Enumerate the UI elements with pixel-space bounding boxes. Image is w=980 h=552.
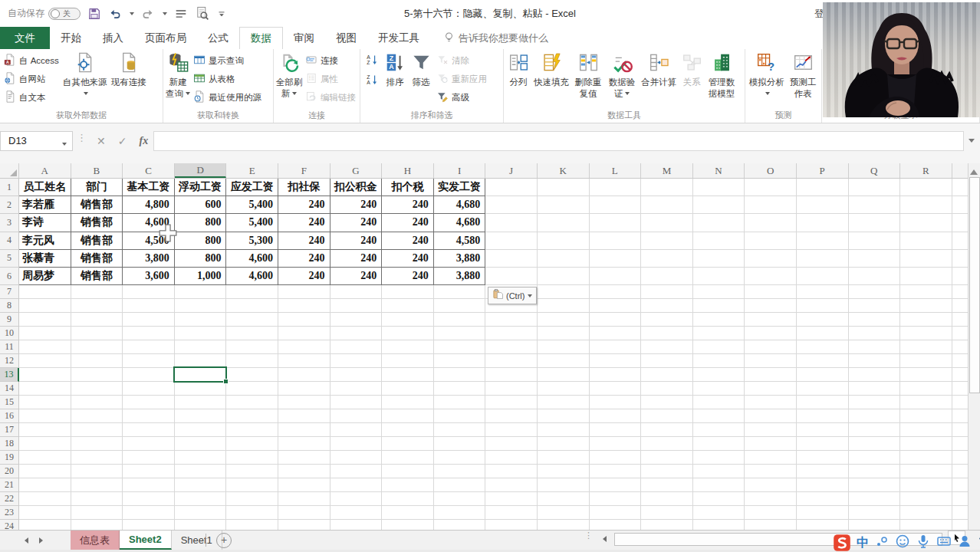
cell-C5[interactable]: 3,800 [123, 250, 175, 268]
row-header-8[interactable]: 8 [0, 299, 19, 313]
ribbon-button-filter[interactable]: 筛选 [408, 49, 434, 88]
row-header-23[interactable]: 23 [0, 506, 19, 520]
column-header-A[interactable]: A [19, 163, 71, 178]
row-header-21[interactable]: 21 [0, 478, 19, 492]
ime-chinese-mode-icon[interactable]: 中 [857, 534, 869, 552]
save-icon[interactable] [87, 7, 101, 21]
ribbon-button-reapply-filter[interactable]: 重新应用 [436, 72, 487, 86]
cell-F4[interactable]: 240 [278, 232, 331, 250]
vertical-scrollbar[interactable] [968, 163, 980, 530]
tab-developer[interactable]: 开发工具 [367, 27, 430, 49]
cell-G3[interactable]: 240 [331, 214, 383, 232]
ime-punctuation-icon[interactable] [874, 534, 890, 552]
column-header-O[interactable]: O [745, 163, 797, 178]
column-header-H[interactable]: H [382, 163, 434, 178]
ribbon-button-advanced-filter[interactable]: 高级 [436, 90, 487, 104]
cell-B1[interactable]: 部门 [71, 179, 123, 196]
cell-B3[interactable]: 销售部 [71, 214, 123, 232]
row-header-5[interactable]: 5 [0, 250, 19, 268]
column-header-K[interactable]: K [538, 163, 590, 178]
column-header-Q[interactable]: Q [849, 163, 901, 178]
ribbon-button-website[interactable]: 自网站 [4, 72, 59, 86]
fill-handle[interactable] [223, 379, 229, 384]
name-box[interactable]: D13 [0, 131, 73, 151]
column-header-F[interactable]: F [278, 163, 331, 178]
paste-options-button[interactable]: (Ctrl) [488, 287, 537, 304]
row-header-20[interactable]: 20 [0, 465, 19, 478]
ribbon-button-sort[interactable]: ZA排序 [382, 49, 408, 88]
ribbon-button-edit-links[interactable]: 编辑链接 [305, 90, 356, 104]
column-header-E[interactable]: E [226, 163, 278, 178]
row-header-9[interactable]: 9 [0, 313, 19, 327]
tab-formulas[interactable]: 公式 [197, 27, 239, 49]
ribbon-button-properties[interactable]: 属性 [305, 72, 356, 86]
ribbon-button-forecast-sheet[interactable]: 预测工作表 [786, 49, 820, 99]
cell-H3[interactable]: 240 [382, 214, 434, 232]
cell-E3[interactable]: 5,400 [226, 214, 278, 232]
cell-C1[interactable]: 基本工资 [123, 179, 175, 196]
cell-A2[interactable]: 李若雁 [19, 196, 71, 214]
ribbon-button-clear-filter[interactable]: 清除 [436, 54, 487, 67]
column-header-N[interactable]: N [693, 163, 745, 178]
cell-B5[interactable]: 销售部 [71, 250, 123, 268]
cell-H4[interactable]: 240 [382, 232, 434, 250]
undo-dropdown-icon[interactable] [130, 12, 134, 18]
ribbon-button-consolidate[interactable]: 合并计算 [639, 49, 679, 88]
tab-file[interactable]: 文件 [0, 27, 50, 49]
cell-H5[interactable]: 240 [382, 250, 434, 268]
row-header-24[interactable]: 24 [0, 520, 19, 530]
cell-H6[interactable]: 240 [382, 268, 434, 285]
insert-function-icon[interactable]: fx [139, 135, 148, 147]
cell-I1[interactable]: 实发工资 [434, 179, 486, 196]
autosave-toggle[interactable]: 自动保存 关 [8, 7, 81, 20]
cell-G5[interactable]: 240 [331, 250, 383, 268]
cell-I5[interactable]: 3,880 [434, 250, 486, 268]
column-header-R[interactable]: R [900, 163, 952, 178]
row-header-16[interactable]: 16 [0, 409, 19, 423]
cell-A3[interactable]: 李诗 [19, 214, 71, 232]
row-header-22[interactable]: 22 [0, 492, 19, 506]
sheet-nav-left-icon[interactable] [21, 537, 28, 544]
cell-G1[interactable]: 扣公积金 [331, 179, 383, 196]
undo-icon[interactable] [108, 7, 122, 21]
row-header-15[interactable]: 15 [0, 396, 19, 409]
cancel-entry-icon[interactable]: ✕ [97, 135, 106, 147]
ime-mic-icon[interactable] [916, 534, 931, 552]
tell-me-box[interactable]: 告诉我你想要做什么 [442, 27, 548, 49]
ribbon-button-refresh-all[interactable]: 全部刷新 [275, 49, 303, 99]
ribbon-button-sort-asc[interactable]: AZ [364, 54, 380, 69]
cell-I2[interactable]: 4,680 [434, 196, 486, 214]
ime-keyboard-icon[interactable] [936, 534, 952, 552]
sheet-tab-sheet1[interactable]: Sheet1 [172, 531, 222, 550]
vertical-scrollbar-thumb[interactable] [969, 177, 980, 393]
cell-D5[interactable]: 800 [175, 250, 227, 268]
sheet-nav-right-icon[interactable] [39, 537, 46, 544]
row-header-14[interactable]: 14 [0, 382, 19, 396]
cell-E4[interactable]: 5,300 [226, 232, 278, 250]
row-header-4[interactable]: 4 [0, 232, 19, 250]
row-header-18[interactable]: 18 [0, 437, 19, 451]
column-header-J[interactable]: J [485, 163, 538, 178]
cell-H1[interactable]: 扣个税 [382, 179, 434, 196]
cell-E6[interactable]: 4,600 [226, 268, 278, 285]
tab-review[interactable]: 审阅 [283, 27, 325, 49]
cell-E5[interactable]: 4,600 [226, 250, 278, 268]
column-header-P[interactable]: P [797, 163, 849, 178]
menu-lines-icon[interactable] [174, 7, 188, 21]
column-header-D[interactable]: D [175, 163, 227, 178]
ribbon-button-relationships[interactable]: 关系 [679, 49, 705, 88]
cell-D4[interactable]: 800 [175, 232, 227, 250]
column-header-G[interactable]: G [331, 163, 383, 178]
ribbon-button-recent-sources[interactable]: 最近使用的源 [193, 90, 261, 104]
column-header-C[interactable]: C [123, 163, 175, 178]
cell-D2[interactable]: 600 [175, 196, 227, 214]
autosave-switch[interactable]: 关 [48, 8, 81, 20]
ribbon-button-existing-connections[interactable]: 现有连接 [109, 49, 149, 88]
cell-I6[interactable]: 3,880 [434, 268, 486, 285]
tab-home[interactable]: 开始 [50, 27, 92, 49]
cell-I3[interactable]: 4,680 [434, 214, 486, 232]
cell-A4[interactable]: 李元风 [19, 232, 71, 250]
row-header-7[interactable]: 7 [0, 285, 19, 299]
row-header-13[interactable]: 13 [0, 368, 19, 382]
ribbon-button-access[interactable]: A自 Access [4, 54, 59, 67]
